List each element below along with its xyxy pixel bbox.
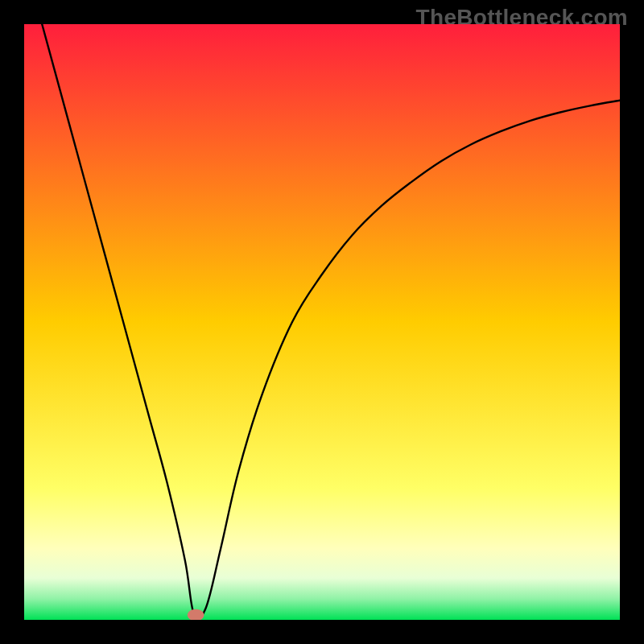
plot-area bbox=[24, 24, 620, 620]
bottleneck-chart bbox=[24, 24, 620, 620]
gradient-background bbox=[24, 24, 620, 620]
chart-frame: TheBottleneck.com bbox=[0, 0, 644, 644]
